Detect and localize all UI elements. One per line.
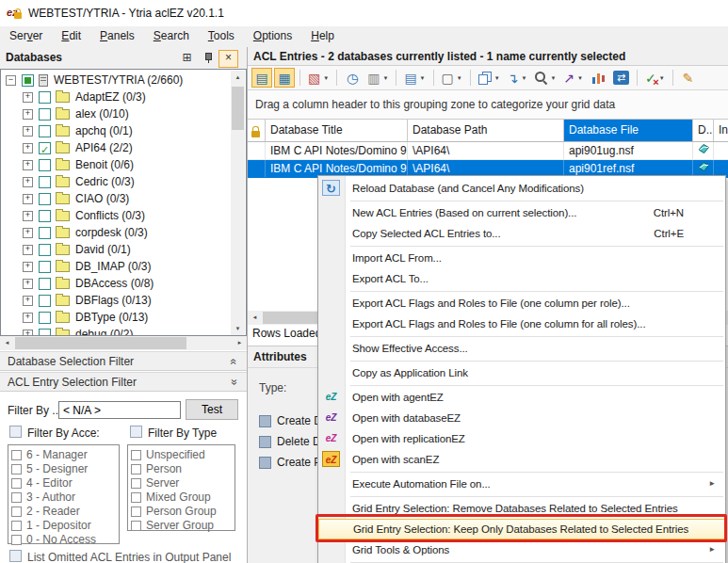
menubar-item-server[interactable]: Server	[0, 26, 52, 45]
tree-item[interactable]: +alex (0/10)	[1, 105, 231, 122]
scrollbar-thumb[interactable]	[15, 337, 186, 349]
context-menu-item[interactable]: Import ACL From...	[318, 248, 725, 268]
column-header-lock[interactable]	[248, 120, 266, 141]
tree-item[interactable]: +Cedric (0/3)	[1, 173, 231, 190]
tree-expander-icon[interactable]: +	[23, 279, 33, 289]
context-menu-item[interactable]: Copy as Application Link	[318, 362, 725, 383]
option-checkbox[interactable]	[131, 464, 141, 475]
tree-expander-icon[interactable]: +	[23, 194, 33, 204]
option-checkbox[interactable]	[11, 450, 22, 460]
context-menu-item[interactable]: Grid Tools & Options►	[318, 539, 725, 560]
toolbar-import-options-button[interactable]: ↴▼	[505, 68, 530, 88]
tree-checkbox[interactable]	[39, 227, 51, 239]
option-checkbox[interactable]	[11, 507, 22, 517]
menubar-item-edit[interactable]: Edit	[52, 26, 90, 45]
tree-item[interactable]: +Conflicts (0/3)	[1, 207, 231, 224]
toolbar-export-share-options-button[interactable]: ↗▼	[560, 68, 586, 88]
tree-checkbox[interactable]	[39, 312, 51, 324]
tree-checkbox[interactable]	[39, 193, 51, 205]
option-checkbox[interactable]	[11, 492, 22, 503]
column-header-database-path[interactable]: Database Path	[408, 120, 564, 141]
option-checkbox[interactable]	[11, 464, 22, 475]
tree-vertical-scrollbar[interactable]: ▲ ▼	[231, 71, 245, 336]
scroll-up-arrow[interactable]: ▲	[231, 71, 245, 85]
filter-by-type-checkbox[interactable]	[130, 426, 142, 438]
toolbar-load-databases-button[interactable]: ◷	[342, 68, 363, 88]
tree-item[interactable]: −WEBTEST/YTRIA (2/660)	[1, 72, 231, 88]
tree-item[interactable]: +AdaptEZ (0/3)	[1, 88, 231, 105]
column-header-database-file[interactable]: Database File	[564, 120, 693, 141]
context-menu-item[interactable]: Export ACL Flags and Roles to File (one …	[318, 293, 725, 314]
toolbar-row-display-options-button[interactable]: ▤▼	[401, 68, 428, 88]
access-level-option[interactable]: 5 - Designer	[8, 462, 119, 476]
tree-checkbox[interactable]	[22, 74, 34, 87]
tree-checkbox[interactable]	[39, 125, 51, 137]
tree-horizontal-scrollbar[interactable]: ◄ ►	[0, 336, 247, 350]
column-header-d[interactable]: D..	[693, 120, 714, 141]
grouping-zone[interactable]: Drag a column header to this grouping zo…	[248, 90, 728, 120]
entry-type-option[interactable]: Unspecified	[128, 448, 235, 462]
entry-type-option[interactable]: Server	[128, 476, 235, 491]
toolbar-sync-view-button[interactable]: ⇄	[610, 68, 632, 88]
filter-value-input[interactable]	[58, 401, 181, 419]
access-level-option[interactable]: 1 - Depositor	[8, 519, 119, 533]
context-menu-item[interactable]: Grid Entry Selection: Remove Databases R…	[318, 498, 725, 519]
entry-type-option[interactable]: Mixed Group	[128, 491, 235, 505]
tri-state-checkbox[interactable]	[259, 415, 271, 427]
tree-expander-icon[interactable]: +	[23, 313, 33, 323]
tree-expander-icon[interactable]: +	[23, 330, 33, 337]
pin-icon[interactable]	[200, 50, 216, 66]
tree-item[interactable]: +corpdesk (0/3)	[1, 224, 231, 241]
tree-checkbox[interactable]	[39, 91, 51, 104]
menubar-item-options[interactable]: Options	[244, 26, 301, 45]
context-menu-item[interactable]: Open with agentEZeZ	[318, 387, 725, 408]
tree-checkbox[interactable]	[39, 244, 51, 256]
toolbar-column-options-button[interactable]: ▥▼	[364, 68, 391, 88]
context-menu-item[interactable]: Execute Automation File on...►	[318, 474, 725, 494]
tree-item[interactable]: +DBType (0/13)	[1, 309, 231, 326]
context-menu-item[interactable]: Open with databaseEZeZ	[318, 408, 725, 428]
toolbar-edit-document-button[interactable]: ✎	[678, 68, 699, 88]
tree-item[interactable]: +debug (0/2)	[1, 326, 231, 336]
menubar-item-panels[interactable]: Panels	[90, 26, 144, 45]
context-menu-item[interactable]: New ACL Entries (Based on current select…	[318, 202, 725, 223]
context-menu-item[interactable]: Export ACL To...	[318, 268, 725, 289]
option-checkbox[interactable]	[131, 492, 141, 503]
toolbar-view-entries-grouped-button[interactable]: ▦	[274, 68, 295, 88]
toolbar-view-entries-flat-button[interactable]: ▤	[251, 68, 272, 88]
scroll-left-arrow[interactable]: ◄	[0, 336, 14, 350]
tree-expander-icon[interactable]: −	[6, 75, 16, 86]
access-level-option[interactable]: 3 - Author	[8, 491, 119, 505]
entry-type-option[interactable]: Person Group	[128, 505, 235, 519]
column-header-inh[interactable]: Inh	[714, 120, 728, 141]
tree-expander-icon[interactable]: +	[23, 262, 33, 272]
tree-expander-icon[interactable]: +	[23, 211, 33, 221]
context-menu-item[interactable]: Grid Entry Selection: Keep Only Database…	[318, 519, 725, 539]
tree-checkbox[interactable]	[39, 278, 51, 290]
context-menu-item[interactable]: Open with scanEZeZ	[318, 449, 725, 470]
option-checkbox[interactable]	[131, 450, 141, 460]
tri-state-checkbox[interactable]	[259, 457, 271, 469]
scroll-left-arrow[interactable]: ◄	[248, 311, 262, 325]
scroll-down-arrow[interactable]: ▼	[231, 322, 245, 336]
entry-type-option[interactable]: Person	[128, 462, 235, 476]
tree-checkbox[interactable]	[39, 210, 51, 222]
access-level-option[interactable]: 6 - Manager	[8, 448, 119, 462]
context-menu-item[interactable]: Copy Selected ACL Entries to...Ctrl+E	[318, 223, 725, 244]
option-checkbox[interactable]	[11, 478, 22, 489]
tree-item[interactable]: +DBAccess (0/8)	[1, 275, 231, 292]
tree-checkbox[interactable]	[39, 159, 51, 171]
option-checkbox[interactable]	[131, 521, 141, 531]
tree-checkbox[interactable]	[39, 142, 51, 154]
tree-item[interactable]: +DBFlags (0/13)	[1, 292, 231, 309]
attribute-checkbox-row[interactable]: Create D	[259, 414, 322, 427]
access-level-option[interactable]: 2 - Reader	[8, 505, 119, 519]
menubar-item-tools[interactable]: Tools	[199, 26, 244, 45]
tree-item[interactable]: +CIAO (0/3)	[1, 190, 231, 207]
context-menu-item[interactable]: Export ACL Flags and Roles to File (one …	[318, 314, 725, 334]
database-selection-filter-header[interactable]: Database Selection Filter «	[0, 351, 247, 371]
tree-expander-icon[interactable]: +	[23, 296, 33, 306]
tree-expander-icon[interactable]: +	[23, 126, 33, 137]
tree-item[interactable]: +apchq (0/1)	[1, 122, 231, 139]
close-icon[interactable]: ×	[218, 50, 238, 68]
